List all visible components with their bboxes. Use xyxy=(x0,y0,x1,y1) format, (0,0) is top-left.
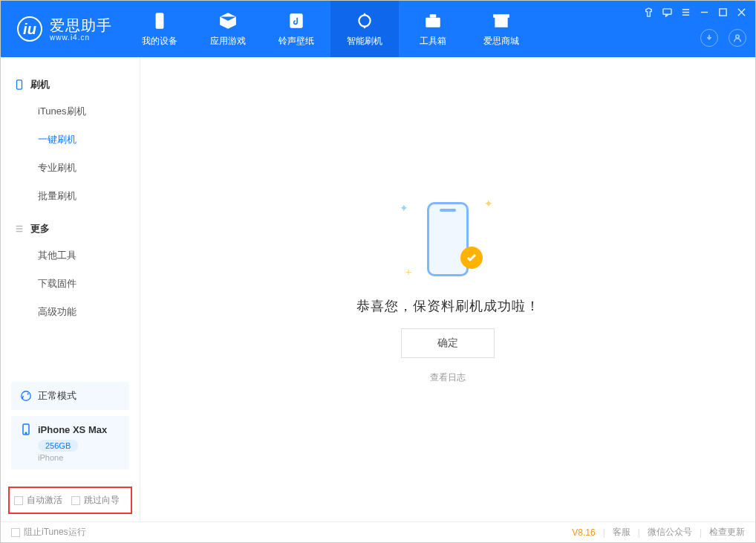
footer-link-support[interactable]: 客服 xyxy=(613,526,630,539)
title-bar: iu 爱思助手 www.i4.cn 我的设备 应用游戏 铃声壁纸 智能刷机 工具… xyxy=(1,1,755,57)
sidebar-item-itunes-flash[interactable]: iTunes刷机 xyxy=(1,97,140,126)
music-icon xyxy=(287,11,306,30)
svg-rect-4 xyxy=(430,14,437,17)
mode-indicator[interactable]: 正常模式 xyxy=(11,382,129,410)
nav-store[interactable]: 爱思商城 xyxy=(467,1,535,57)
app-url: www.i4.cn xyxy=(50,33,112,42)
svg-point-2 xyxy=(359,15,370,26)
nav-my-device[interactable]: 我的设备 xyxy=(126,1,194,57)
sidebar-group-flash: 刷机 xyxy=(1,72,140,97)
skip-guide-checkbox[interactable]: 跳过向导 xyxy=(71,494,120,507)
nav-label: 应用游戏 xyxy=(210,35,246,48)
download-button[interactable] xyxy=(700,29,718,47)
nav-ringtone-wallpaper[interactable]: 铃声壁纸 xyxy=(262,1,330,57)
header-actions xyxy=(700,29,746,47)
sidebar-item-pro-flash[interactable]: 专业刷机 xyxy=(1,154,140,182)
app-logo: iu 爱思助手 www.i4.cn xyxy=(1,16,126,42)
phone-icon xyxy=(14,79,25,90)
svg-point-7 xyxy=(736,35,739,38)
svg-rect-1 xyxy=(290,13,302,28)
success-illustration: ✦ ✦ + xyxy=(392,195,504,284)
checkbox-icon xyxy=(14,496,23,505)
svg-rect-0 xyxy=(156,13,164,29)
success-message: 恭喜您，保资料刷机成功啦！ xyxy=(356,297,540,315)
main-content: ✦ ✦ + 恭喜您，保资料刷机成功啦！ 确定 查看日志 xyxy=(140,57,755,521)
list-icon xyxy=(14,224,25,234)
maximize-icon[interactable] xyxy=(718,7,728,20)
auto-activate-checkbox[interactable]: 自动激活 xyxy=(14,494,62,507)
checkbox-icon xyxy=(11,528,20,537)
svg-rect-5 xyxy=(663,9,671,14)
sidebar-item-onekey-flash[interactable]: 一键刷机 xyxy=(1,126,140,154)
user-button[interactable] xyxy=(729,29,746,47)
sidebar-item-other-tools[interactable]: 其他工具 xyxy=(1,241,140,270)
refresh-icon xyxy=(355,11,374,30)
nav-label: 爱思商城 xyxy=(483,35,519,48)
logo-icon: iu xyxy=(17,16,42,42)
svg-point-12 xyxy=(25,432,27,434)
sidebar-item-batch-flash[interactable]: 批量刷机 xyxy=(1,182,140,210)
sidebar-group-more: 更多 xyxy=(1,216,140,241)
svg-rect-6 xyxy=(720,9,726,16)
status-bar: 阻止iTunes运行 V8.16 | 客服 | 微信公众号 | 检查更新 xyxy=(1,521,755,542)
version-label: V8.16 xyxy=(572,527,595,538)
main-nav: 我的设备 应用游戏 铃声壁纸 智能刷机 工具箱 爱思商城 xyxy=(126,1,535,57)
view-log-link[interactable]: 查看日志 xyxy=(430,371,466,384)
block-itunes-checkbox[interactable]: 阻止iTunes运行 xyxy=(11,526,86,539)
cube-icon xyxy=(218,11,238,30)
nav-smart-flash[interactable]: 智能刷机 xyxy=(330,1,399,57)
ok-button[interactable]: 确定 xyxy=(401,328,495,358)
nav-apps-games[interactable]: 应用游戏 xyxy=(194,1,262,57)
footer-link-wechat[interactable]: 微信公众号 xyxy=(648,526,692,539)
check-icon xyxy=(460,247,483,269)
close-icon[interactable] xyxy=(737,7,746,20)
sidebar-item-advanced[interactable]: 高级功能 xyxy=(1,298,140,326)
storage-badge: 256GB xyxy=(38,440,78,452)
nav-label: 智能刷机 xyxy=(347,35,382,48)
sidebar-item-download-firmware[interactable]: 下载固件 xyxy=(1,270,140,298)
checkbox-icon xyxy=(71,496,80,505)
toolbox-icon xyxy=(423,11,443,30)
sidebar: 刷机 iTunes刷机 一键刷机 专业刷机 批量刷机 更多 其他工具 下载固件 … xyxy=(1,57,140,521)
device-icon xyxy=(150,11,169,30)
menu-icon[interactable] xyxy=(681,7,691,20)
window-controls xyxy=(644,7,746,20)
device-type: iPhone xyxy=(38,453,120,462)
minimize-icon[interactable] xyxy=(700,7,709,20)
device-name: iPhone XS Max xyxy=(38,424,107,435)
svg-point-10 xyxy=(27,393,29,394)
nav-label: 我的设备 xyxy=(142,35,177,48)
shirt-icon[interactable] xyxy=(644,7,654,20)
highlighted-options: 自动激活 跳过向导 xyxy=(8,487,132,514)
device-info[interactable]: iPhone XS Max 256GB iPhone xyxy=(11,416,129,469)
nav-toolbox[interactable]: 工具箱 xyxy=(399,1,467,57)
feedback-icon[interactable] xyxy=(662,7,672,20)
footer-link-update[interactable]: 检查更新 xyxy=(709,526,745,539)
nav-label: 铃声壁纸 xyxy=(278,35,314,48)
mode-icon xyxy=(20,390,32,402)
phone-icon xyxy=(20,423,32,435)
nav-label: 工具箱 xyxy=(420,35,446,48)
app-name: 爱思助手 xyxy=(50,17,112,33)
shop-icon xyxy=(492,11,511,30)
svg-rect-8 xyxy=(17,80,22,89)
svg-rect-3 xyxy=(426,17,440,27)
